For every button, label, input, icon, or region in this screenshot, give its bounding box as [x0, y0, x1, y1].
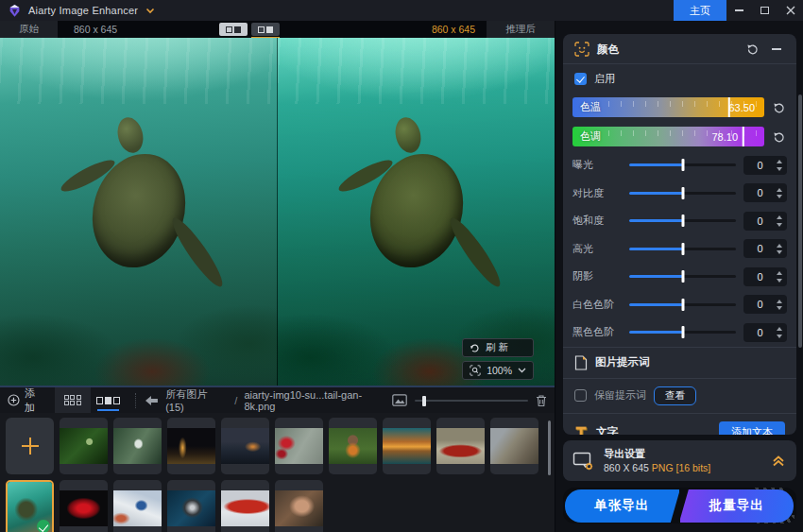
thumbnail-classic-red-car[interactable]	[436, 418, 485, 474]
filmstrip-toolbar: 添加 所有图片 (15) / aiarty-img10-su...tail-ga…	[0, 387, 555, 413]
export-single-button[interactable]: 单张导出	[565, 489, 679, 523]
slider-track[interactable]	[629, 219, 736, 222]
undo-icon	[773, 131, 785, 143]
thumbnail-sunset-lake[interactable]	[383, 418, 431, 474]
filmstrip-view-button[interactable]	[91, 387, 127, 413]
close-icon	[786, 6, 795, 15]
grid-view-button[interactable]	[55, 387, 91, 413]
stepper-icon[interactable]	[777, 271, 782, 283]
thumbnail-size-slider[interactable]	[415, 400, 528, 402]
compare-side-by-side-button[interactable]	[251, 23, 280, 36]
view-prompt-button[interactable]: 查看	[654, 386, 696, 405]
plus-icon	[22, 438, 39, 455]
tab-original[interactable]: 原始	[0, 21, 59, 38]
add-text-button[interactable]: 添加文本	[719, 421, 785, 436]
thumbnail-forest-bird[interactable]	[60, 418, 108, 474]
stepper-icon[interactable]	[777, 244, 782, 255]
thumbnail-white-building[interactable]	[113, 480, 162, 532]
home-button[interactable]: 主页	[674, 0, 726, 21]
slider-value-box[interactable]: 0	[743, 295, 787, 314]
thumbnail-sea-turtle[interactable]	[6, 480, 54, 532]
close-button[interactable]	[777, 0, 803, 21]
slider-value-box[interactable]: 0	[743, 156, 787, 175]
breadcrumb-gallery[interactable]: 所有图片 (15)	[165, 387, 228, 413]
tint-slider[interactable]: 色调 78.10	[572, 127, 764, 146]
slider-track[interactable]	[629, 248, 736, 250]
thumbnail-dog-underwater[interactable]	[167, 480, 215, 532]
stepper-icon[interactable]	[777, 327, 782, 338]
keep-prompt-checkbox[interactable]	[574, 389, 587, 402]
slider-handle[interactable]	[681, 299, 684, 311]
thumbnail-stone-village[interactable]	[490, 418, 538, 474]
color-reset-button[interactable]	[743, 42, 760, 57]
filmstrip-scrollbar[interactable]	[548, 420, 551, 475]
panel-scrollbar[interactable]	[798, 94, 802, 348]
before-image[interactable]	[0, 38, 277, 386]
thumbnail-boy-grass[interactable]	[329, 418, 377, 474]
export-settings-card[interactable]: 导出设置 860 X 645 PNG [16 bits]	[563, 440, 796, 481]
slider-handle[interactable]	[681, 187, 684, 199]
refresh-button[interactable]: 刷 新	[462, 338, 534, 357]
slider-track[interactable]	[629, 331, 736, 334]
slider-value: 0	[743, 299, 777, 310]
stepper-icon[interactable]	[777, 300, 782, 311]
slider-track[interactable]	[629, 303, 736, 306]
slider-value-box[interactable]: 0	[743, 212, 787, 231]
slider-track[interactable]	[629, 163, 736, 166]
slider-fill	[629, 219, 683, 222]
slider-value-box[interactable]: 0	[743, 323, 787, 342]
compare-mode-toggles	[219, 23, 280, 36]
slider-handle[interactable]	[681, 159, 684, 171]
app-menu-chevron-down-icon[interactable]	[145, 8, 155, 14]
stepper-icon[interactable]	[777, 215, 782, 227]
temperature-handle[interactable]	[728, 97, 731, 117]
thumbnail-red-betta-fish[interactable]	[60, 480, 108, 532]
viewer-pane: 原始 860 x 645 860 x 645 推理后	[0, 21, 555, 532]
slider-track[interactable]	[629, 275, 736, 278]
thumbnail-woman-portrait[interactable]	[275, 480, 323, 532]
stepper-icon[interactable]	[777, 188, 782, 199]
thumbnail-lake-cabin[interactable]	[221, 418, 269, 474]
back-arrow-icon[interactable]	[145, 396, 159, 405]
slider-value-box[interactable]: 0	[743, 183, 787, 202]
add-image-tile[interactable]	[6, 418, 54, 474]
slider-value-box[interactable]: 0	[743, 239, 787, 258]
thumbnail-hibiscus-hummingbird[interactable]	[275, 418, 323, 474]
zoom-level-control[interactable]: 100%	[462, 361, 534, 380]
color-card: 颜色 启用 色	[563, 34, 796, 435]
enable-checkbox[interactable]	[574, 73, 587, 85]
collapse-double-chevron-up-icon[interactable]	[772, 455, 785, 468]
slider-value: 0	[743, 215, 777, 227]
slider-label: 阴影	[572, 269, 622, 283]
refresh-label: 刷 新	[486, 341, 508, 354]
export-batch-button[interactable]: 批量导出	[680, 489, 794, 523]
slider-label: 高光	[572, 242, 622, 256]
tint-handle[interactable]	[742, 127, 744, 146]
thumbnail-city-night[interactable]	[167, 418, 215, 474]
compare-split-view-button[interactable]	[219, 23, 248, 36]
slider-handle[interactable]	[681, 215, 684, 227]
add-images-button[interactable]: 添加	[8, 386, 45, 415]
tab-enhanced[interactable]: 推理后	[487, 21, 555, 38]
after-image[interactable]	[277, 38, 555, 386]
slider-track[interactable]	[629, 192, 736, 195]
temperature-slider[interactable]: 色温 63.50	[572, 97, 764, 117]
slider-handle[interactable]	[681, 243, 684, 255]
thumbnail-red-train-snow[interactable]	[221, 480, 269, 532]
maximize-button[interactable]	[752, 0, 777, 21]
trash-icon[interactable]	[536, 394, 547, 407]
slider-value-box[interactable]: 0	[743, 267, 787, 286]
slider-handle[interactable]	[681, 326, 684, 338]
thumbnail-heron-river[interactable]	[113, 418, 162, 474]
slider-fill	[629, 303, 683, 306]
thumbnail-size-knob[interactable]	[422, 396, 426, 406]
water-surface	[278, 38, 555, 104]
tint-reset-button[interactable]	[770, 129, 787, 145]
slider-handle[interactable]	[681, 270, 684, 283]
color-collapse-button[interactable]	[768, 42, 785, 57]
temperature-reset-button[interactable]	[770, 100, 787, 115]
breadcrumb-filename: aiarty-img10-su...tail-gan-8k.png	[244, 389, 392, 412]
stepper-icon[interactable]	[777, 160, 782, 171]
minimize-button[interactable]	[726, 0, 752, 21]
side-by-side-view-icon	[258, 26, 265, 33]
